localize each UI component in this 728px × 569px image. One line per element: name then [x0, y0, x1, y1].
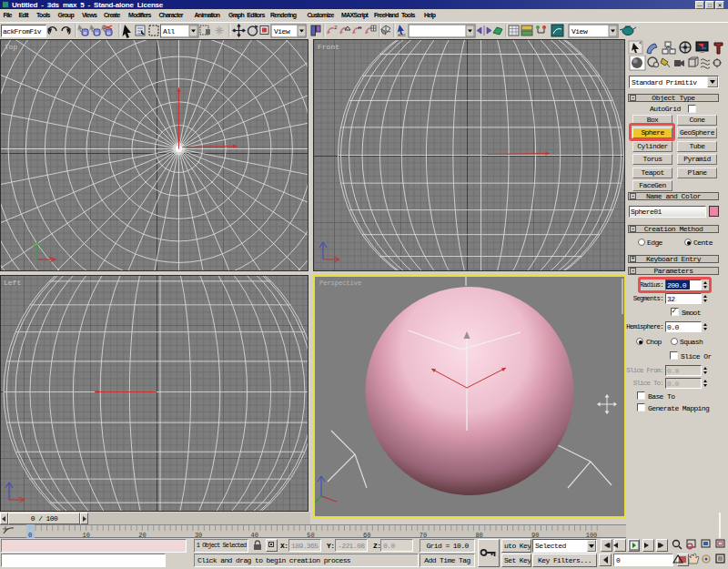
svg-text:o: o: [107, 30, 111, 36]
svg-text:View: View: [274, 27, 290, 36]
svg-text:Left: Left: [4, 279, 21, 287]
svg-text:2: 2: [334, 25, 338, 31]
svg-text:100: 100: [586, 532, 598, 539]
svg-text:Front: Front: [318, 43, 339, 51]
svg-text:70: 70: [420, 532, 427, 539]
svg-text:o: o: [84, 30, 87, 36]
svg-text:All: All: [163, 27, 176, 36]
svg-text:10: 10: [82, 532, 89, 539]
svg-text:50: 50: [307, 532, 314, 539]
svg-text:abc: abc: [398, 33, 406, 38]
svg-text:20: 20: [138, 532, 146, 539]
svg-text:o: o: [96, 30, 99, 36]
svg-text:Top: Top: [5, 43, 18, 51]
svg-text:View: View: [571, 27, 588, 36]
svg-text:30: 30: [195, 532, 202, 539]
svg-text:90: 90: [531, 532, 539, 539]
svg-text:60: 60: [363, 532, 370, 539]
svg-text:80: 80: [475, 532, 482, 539]
svg-text:Perspective: Perspective: [319, 279, 361, 287]
svg-text:0: 0: [28, 532, 32, 539]
svg-text:40: 40: [251, 532, 258, 539]
